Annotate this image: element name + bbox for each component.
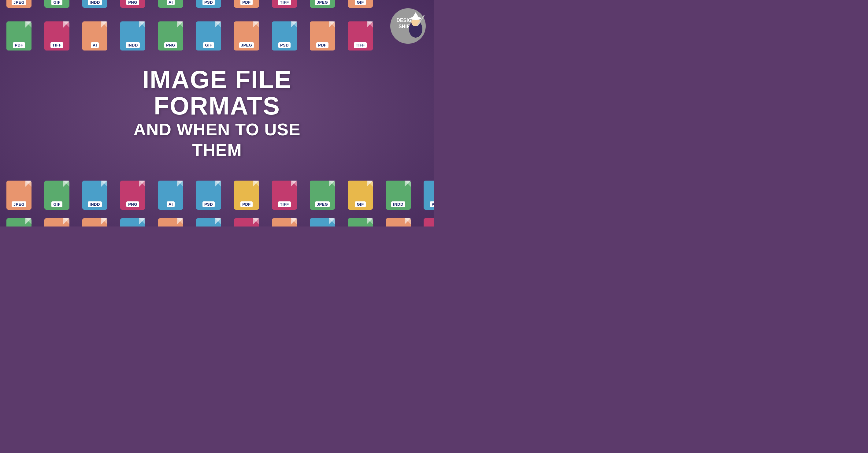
file-label: PDF xyxy=(13,42,25,48)
file-icon-gif: GIF xyxy=(41,176,72,210)
file-icon-tiff: TIFF xyxy=(345,17,376,51)
background: JPEGGIFINDDPNGAIPSDPDFTIFFJPEGGIF PDFTIF… xyxy=(0,0,434,227)
file-icon-tiff: TIFF xyxy=(41,218,72,227)
file-icon-tiff: TIFF xyxy=(269,0,300,8)
file-icon-psd: PSD xyxy=(269,17,300,51)
file-icon-indd: INDD xyxy=(118,218,148,227)
file-label: AI xyxy=(91,42,99,48)
file-icon-tiff: TIFF xyxy=(41,17,72,51)
file-label: GIF xyxy=(355,0,366,5)
file-icon-indd: INDD xyxy=(421,218,434,227)
file-icon-ai: AI xyxy=(80,218,110,227)
file-label: INDD xyxy=(126,42,140,48)
file-icon-ai: AI xyxy=(155,0,186,8)
file-label: PNG xyxy=(126,0,139,5)
file-label: TIFF xyxy=(278,201,290,207)
file-icon-gif: GIF xyxy=(193,17,224,51)
file-icon-indd: INDD xyxy=(80,0,110,8)
file-icon-indd: INDD xyxy=(118,17,148,51)
file-label: PSD xyxy=(203,201,215,207)
file-label: INDD xyxy=(88,201,102,207)
file-label: GIF xyxy=(203,42,214,48)
file-label: PSD xyxy=(278,42,290,48)
file-icon-psd: PSD xyxy=(193,176,224,210)
file-label: JPEG xyxy=(239,42,254,48)
file-icon-tiff: TIFF xyxy=(345,218,376,227)
file-label: TIFF xyxy=(51,42,63,48)
file-icon-jpeg: JPEG xyxy=(4,0,34,8)
file-label: GIF xyxy=(355,201,366,207)
file-icon-png: PNG xyxy=(155,218,186,227)
file-icon-jpeg: JPEG xyxy=(307,0,338,8)
logo: DESIGN SHIFU xyxy=(388,6,428,46)
icon-row-third: JPEGGIFINDDPNGAIPSDPDFTIFFJPEGGIFINDDPNG xyxy=(0,176,434,210)
file-icon-gif: GIF xyxy=(345,0,376,8)
file-label: PNG xyxy=(164,42,177,48)
file-label: AI xyxy=(167,201,175,207)
icon-row-top: JPEGGIFINDDPNGAIPSDPDFTIFFJPEGGIF xyxy=(0,0,434,8)
file-label: PDF xyxy=(240,201,253,207)
file-icon-indd: INDD xyxy=(80,176,110,210)
file-label: PDF xyxy=(240,0,253,5)
file-label: INDD xyxy=(391,201,405,207)
file-icon-jpeg: JPEG xyxy=(307,176,338,210)
file-icon-gif: GIF xyxy=(193,218,224,227)
file-icon-png: PNG xyxy=(118,0,148,8)
file-icon-indd: INDD xyxy=(383,176,413,210)
file-label: JPEG xyxy=(11,201,27,207)
file-label: JPEG xyxy=(315,0,330,5)
file-icon-jpeg: JPEG xyxy=(231,218,262,227)
file-icon-png: PNG xyxy=(421,176,434,210)
file-icon-tiff: TIFF xyxy=(269,176,300,210)
file-label: GIF xyxy=(51,201,62,207)
file-label: PNG xyxy=(430,201,434,207)
file-label: JPEG xyxy=(11,0,27,5)
file-icon-pdf: PDF xyxy=(307,218,338,227)
file-label: JPEG xyxy=(315,201,330,207)
file-icon-jpeg: JPEG xyxy=(4,176,34,210)
file-icon-png: PNG xyxy=(118,176,148,210)
file-icon-psd: PSD xyxy=(193,0,224,8)
center-content: IMAGE FILE FORMATS AND WHEN TO USE THEM xyxy=(108,66,326,160)
file-icon-pdf: PDF xyxy=(307,17,338,51)
file-icon-pdf: PDF xyxy=(4,218,34,227)
icon-row-second: PDFTIFFAIINDDPNGGIFJPEGPSDPDFTIFF xyxy=(0,17,434,51)
icon-row-bottom: PDFTIFFAIINDDPNGGIFJPEGPSDPDFTIFFAIINDD xyxy=(0,218,434,227)
file-icon-png: PNG xyxy=(155,17,186,51)
file-icon-ai: AI xyxy=(155,176,186,210)
file-label: INDD xyxy=(88,0,102,5)
file-label: TIFF xyxy=(354,42,366,48)
file-icon-ai: AI xyxy=(80,17,110,51)
file-icon-pdf: PDF xyxy=(4,17,34,51)
file-icon-gif: GIF xyxy=(41,0,72,8)
file-label: PNG xyxy=(126,201,139,207)
file-icon-pdf: PDF xyxy=(231,0,262,8)
file-label: TIFF xyxy=(278,0,290,5)
sub-title: AND WHEN TO USE THEM xyxy=(108,119,326,160)
file-label: PDF xyxy=(316,42,329,48)
file-icon-jpeg: JPEG xyxy=(231,17,262,51)
file-icon-pdf: PDF xyxy=(231,176,262,210)
file-label: GIF xyxy=(51,0,62,5)
file-label: AI xyxy=(167,0,175,5)
file-label: PSD xyxy=(203,0,215,5)
file-icon-gif: GIF xyxy=(345,176,376,210)
file-icon-psd: PSD xyxy=(269,218,300,227)
main-title: IMAGE FILE FORMATS xyxy=(108,66,326,119)
file-icon-ai: AI xyxy=(383,218,413,227)
